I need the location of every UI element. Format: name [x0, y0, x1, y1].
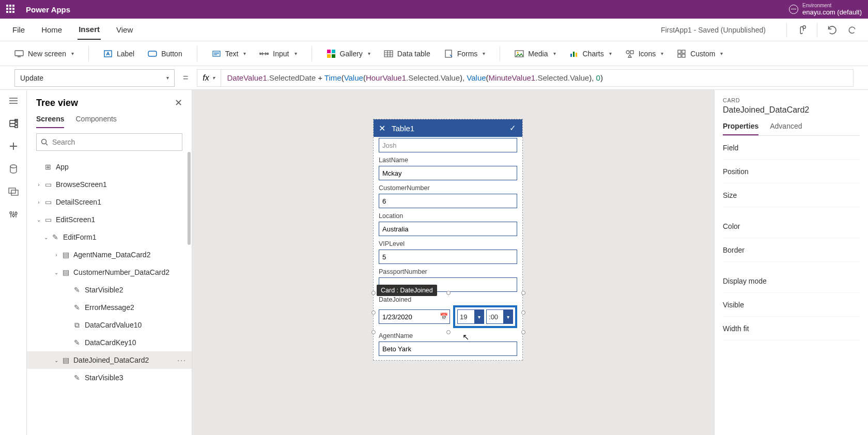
agentname-field[interactable]: [379, 341, 517, 356]
button-button[interactable]: Button: [148, 49, 182, 58]
media-button[interactable]: Media▾: [515, 49, 555, 58]
input-icon: ⧉: [72, 320, 82, 330]
prop-border[interactable]: Border: [723, 238, 860, 262]
undo-icon[interactable]: [827, 24, 838, 36]
prop-color[interactable]: Color: [723, 214, 860, 238]
firstname-field[interactable]: [379, 138, 517, 152]
chevron-down-icon[interactable]: ⌄: [42, 235, 50, 240]
check-icon[interactable]: ✓: [509, 123, 516, 133]
tree-search[interactable]: [36, 133, 182, 151]
more-icon[interactable]: ···: [177, 356, 187, 364]
tree-item-agentcard[interactable]: ›▤AgentName_DataCard2: [27, 246, 192, 263]
chevron-right-icon[interactable]: ›: [35, 199, 42, 205]
menu-file[interactable]: File: [11, 20, 26, 39]
label-button[interactable]: Label: [103, 49, 134, 58]
tree-item-browsescreen[interactable]: ›▭BrowseScreen1: [27, 176, 192, 193]
media-rail-icon[interactable]: [8, 186, 19, 197]
charts-button[interactable]: Charts▾: [569, 49, 612, 58]
prop-width-fit[interactable]: Width fit: [723, 317, 860, 340]
tree-item-editform[interactable]: ⌄✎EditForm1: [27, 228, 192, 246]
data-rail-icon[interactable]: [8, 163, 19, 175]
tab-advanced[interactable]: Advanced: [770, 122, 802, 135]
prop-field[interactable]: Field: [723, 136, 860, 160]
app-launcher-icon[interactable]: [6, 5, 16, 14]
svg-point-27: [10, 165, 17, 168]
chevron-right-icon[interactable]: ›: [53, 252, 60, 258]
hamburger-icon[interactable]: [8, 95, 19, 106]
app-checker-icon[interactable]: [796, 24, 808, 36]
tree-panel: Tree view ✕ Screens Components ⊞App ›▭Br…: [27, 90, 192, 435]
icons-button[interactable]: Icons▾: [625, 49, 663, 58]
formula-input[interactable]: DateValue1.SelectedDate + Time(Value(Hou…: [221, 73, 853, 83]
equals-sign: =: [180, 72, 192, 83]
customernumber-field[interactable]: [379, 194, 517, 208]
property-selector[interactable]: Update ▾: [14, 69, 175, 87]
control-type: CARD: [723, 97, 860, 103]
label-icon: [103, 49, 113, 58]
settings-rail-icon[interactable]: [8, 209, 19, 220]
prop-position[interactable]: Position: [723, 160, 860, 183]
chevron-down-icon[interactable]: ⌄: [53, 270, 60, 275]
custom-button[interactable]: Custom▾: [677, 49, 723, 58]
chevron-down-icon: ▾: [553, 51, 556, 56]
minute-select[interactable]: :00▾: [486, 309, 513, 324]
tree-item-datacardkey10[interactable]: ✎DataCardKey10: [27, 334, 192, 351]
scrollbar-thumb[interactable]: [188, 152, 191, 245]
viplevel-label: VIPLevel: [379, 240, 517, 247]
tab-screens[interactable]: Screens: [36, 115, 64, 128]
lastname-field[interactable]: [379, 166, 517, 180]
tree-view-icon[interactable]: [8, 118, 19, 129]
environment-picker[interactable]: Environment enayu.com (default): [789, 3, 862, 16]
canvas[interactable]: ✕ Table1 ✓ LastName CustomerNumber Locat…: [192, 90, 714, 435]
tree-item-editscreen[interactable]: ⌄▭EditScreen1: [27, 211, 192, 228]
chevron-down-icon[interactable]: ⌄: [53, 358, 60, 363]
tree-item-customercard[interactable]: ⌄▤CustomerNumber_DataCard2: [27, 263, 192, 281]
svg-point-18: [626, 51, 629, 54]
hour-select[interactable]: 19▾: [457, 309, 484, 324]
new-screen-button[interactable]: New screen▾: [14, 49, 74, 58]
forms-label: Forms: [457, 50, 478, 58]
svg-rect-7: [327, 50, 331, 53]
tab-components[interactable]: Components: [75, 115, 116, 128]
tree-item-errormessage2[interactable]: ✎ErrorMessage2: [27, 299, 192, 316]
menu-view[interactable]: View: [115, 20, 134, 39]
svg-rect-1: [15, 51, 23, 56]
cursor-icon: ↖: [462, 332, 469, 342]
tab-properties[interactable]: Properties: [723, 122, 758, 135]
control-icon: ✎: [72, 303, 82, 312]
data-table-label: Data table: [397, 50, 430, 58]
tree-item-starvisible3[interactable]: ✎StarVisible3: [27, 369, 192, 386]
location-field[interactable]: [379, 222, 517, 236]
redo-icon[interactable]: [847, 24, 857, 36]
prop-size[interactable]: Size: [723, 183, 860, 207]
tree-item-starvisible2[interactable]: ✎StarVisible2: [27, 281, 192, 299]
close-icon[interactable]: ✕: [379, 123, 385, 133]
fx-icon[interactable]: fx▾: [197, 70, 221, 86]
tree-item-datacardvalue10[interactable]: ⧉DataCardValue10: [27, 316, 192, 334]
input-button[interactable]: Input▾: [259, 49, 297, 58]
chevron-down-icon: ▾: [295, 51, 297, 56]
insert-rail-icon[interactable]: [8, 141, 19, 152]
search-input[interactable]: [52, 138, 178, 146]
close-icon[interactable]: ✕: [175, 97, 182, 108]
data-table-button[interactable]: Data table: [384, 49, 430, 58]
formula-box[interactable]: fx▾ DateValue1.SelectedDate + Time(Value…: [197, 69, 854, 87]
chevron-down-icon[interactable]: ⌄: [35, 217, 42, 223]
menu-insert[interactable]: Insert: [78, 20, 101, 40]
prop-visible[interactable]: Visible: [723, 293, 860, 317]
viplevel-field[interactable]: [379, 250, 517, 264]
forms-button[interactable]: Forms▾: [444, 49, 486, 58]
gallery-button[interactable]: Gallery▾: [327, 49, 370, 58]
chevron-right-icon[interactable]: ›: [35, 182, 42, 188]
tree-item-app[interactable]: ⊞App: [27, 158, 192, 176]
calendar-icon[interactable]: 📅: [440, 313, 448, 320]
tree-item-detailscreen[interactable]: ›▭DetailScreen1: [27, 193, 192, 211]
prop-display-mode[interactable]: Display mode: [723, 269, 860, 293]
tree-item-datejoinedcard[interactable]: ⌄▤DateJoined_DataCard2···: [27, 351, 192, 369]
environment-value: enayu.com (default): [802, 8, 862, 16]
search-icon: [41, 138, 48, 146]
menu-home[interactable]: Home: [40, 20, 63, 39]
formula-bar: Update ▾ = fx▾ DateValue1.SelectedDate +…: [0, 66, 868, 90]
chevron-down-icon: ▾: [243, 51, 246, 56]
text-button[interactable]: Text▾: [212, 49, 246, 58]
